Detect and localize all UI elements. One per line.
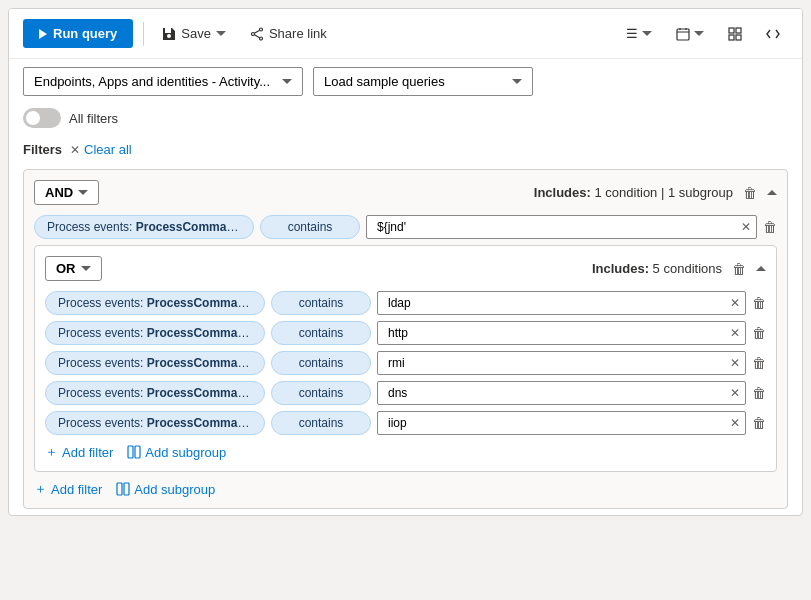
save-chevron-icon (216, 31, 226, 36)
calendar-button[interactable] (668, 23, 712, 45)
toolbar-separator (143, 22, 144, 46)
or-condition-operator-3: contains (271, 381, 371, 405)
or-add-subgroup-button[interactable]: Add subgroup (127, 445, 226, 460)
and-group-delete-button[interactable]: 🗑 (743, 185, 757, 201)
or-condition-field-2: Process events: ProcessComman... (45, 351, 265, 375)
run-query-label: Run query (53, 26, 117, 41)
or-condition-clear-4[interactable]: ✕ (730, 416, 740, 430)
svg-line-3 (254, 30, 259, 33)
all-filters-toggle[interactable] (23, 108, 61, 128)
and-operator-label: AND (45, 185, 73, 200)
and-add-subgroup-icon (116, 482, 130, 496)
and-condition-value-wrapper: ✕ (366, 215, 757, 239)
or-operator-label: OR (56, 261, 76, 276)
or-condition-value-wrapper-0: ✕ (377, 291, 746, 315)
sample-queries-dropdown[interactable]: Load sample queries (313, 67, 533, 96)
or-condition-value-input-3[interactable] (377, 381, 746, 405)
source-dropdown-chevron-icon (282, 79, 292, 84)
code-icon (766, 27, 780, 41)
save-label: Save (181, 26, 211, 41)
or-condition-delete-4[interactable]: 🗑 (752, 415, 766, 431)
or-condition-row-4: Process events: ProcessComman... contain… (45, 411, 766, 435)
run-query-button[interactable]: Run query (23, 19, 133, 48)
or-condition-field-0: Process events: ProcessComman... (45, 291, 265, 315)
filters-header: Filters ✕ Clear all (9, 136, 802, 163)
or-condition-value-input-1[interactable] (377, 321, 746, 345)
all-filters-label: All filters (69, 111, 118, 126)
list-view-button[interactable]: ☰ (618, 22, 660, 45)
or-condition-field-3: Process events: ProcessComman... (45, 381, 265, 405)
svg-point-0 (259, 28, 262, 31)
svg-point-2 (251, 32, 254, 35)
main-container: Run query Save Share link ☰ En (8, 8, 803, 516)
or-condition-delete-0[interactable]: 🗑 (752, 295, 766, 311)
share-icon (250, 27, 264, 41)
share-link-button[interactable]: Share link (242, 22, 335, 45)
or-condition-value-input-4[interactable] (377, 411, 746, 435)
and-add-subgroup-button[interactable]: Add subgroup (116, 482, 215, 497)
and-add-filter-button[interactable]: ＋ Add filter (34, 480, 102, 498)
sample-queries-label: Load sample queries (324, 74, 445, 89)
or-add-subgroup-label: Add subgroup (145, 445, 226, 460)
or-condition-row-0: Process events: ProcessComman... contain… (45, 291, 766, 315)
or-condition-value-wrapper-4: ✕ (377, 411, 746, 435)
or-operator-chevron-icon (81, 266, 91, 271)
clear-all-x-icon: ✕ (70, 143, 80, 157)
or-condition-clear-3[interactable]: ✕ (730, 386, 740, 400)
or-condition-field-1: Process events: ProcessComman... (45, 321, 265, 345)
or-condition-delete-3[interactable]: 🗑 (752, 385, 766, 401)
or-condition-operator-0: contains (271, 291, 371, 315)
or-group-collapse-icon[interactable] (756, 266, 766, 271)
or-group-info: Includes: 5 conditions 🗑 (592, 261, 766, 277)
svg-rect-16 (124, 483, 129, 495)
play-icon (39, 29, 47, 39)
list-icon: ☰ (626, 26, 638, 41)
clear-all-button[interactable]: ✕ Clear all (70, 142, 132, 157)
or-add-filter-plus-icon: ＋ (45, 443, 58, 461)
or-condition-clear-0[interactable]: ✕ (730, 296, 740, 310)
and-condition-operator: contains (260, 215, 360, 239)
or-condition-row-3: Process events: ProcessComman... contain… (45, 381, 766, 405)
and-condition-value-input[interactable] (366, 215, 757, 239)
source-dropdown[interactable]: Endpoints, Apps and identities - Activit… (23, 67, 303, 96)
and-operator-button[interactable]: AND (34, 180, 99, 205)
and-add-subgroup-label: Add subgroup (134, 482, 215, 497)
svg-rect-15 (117, 483, 122, 495)
source-dropdown-label: Endpoints, Apps and identities - Activit… (34, 74, 270, 89)
and-condition-row: Process events: ProcessComman... contain… (34, 215, 777, 239)
or-condition-clear-2[interactable]: ✕ (730, 356, 740, 370)
or-condition-clear-1[interactable]: ✕ (730, 326, 740, 340)
save-button[interactable]: Save (154, 22, 234, 45)
and-add-filter-plus-icon: ＋ (34, 480, 47, 498)
grid-button[interactable] (720, 23, 750, 45)
filters-label: Filters (23, 142, 62, 157)
and-group-info: Includes: 1 condition | 1 subgroup 🗑 (534, 185, 777, 201)
and-condition-clear-button[interactable]: ✕ (741, 220, 751, 234)
calendar-chevron-icon (694, 31, 704, 36)
svg-rect-14 (135, 446, 140, 458)
or-operator-button[interactable]: OR (45, 256, 102, 281)
or-condition-delete-1[interactable]: 🗑 (752, 325, 766, 341)
svg-rect-9 (729, 28, 734, 33)
all-filters-row: All filters (9, 104, 802, 136)
svg-line-4 (254, 34, 259, 37)
or-group-header: OR Includes: 5 conditions 🗑 (45, 256, 766, 281)
or-add-row: ＋ Add filter Add subgroup (45, 443, 766, 461)
or-condition-value-input-0[interactable] (377, 291, 746, 315)
or-condition-operator-1: contains (271, 321, 371, 345)
or-condition-operator-4: contains (271, 411, 371, 435)
and-operator-chevron-icon (78, 190, 88, 195)
svg-point-1 (259, 37, 262, 40)
or-condition-value-input-2[interactable] (377, 351, 746, 375)
svg-rect-11 (729, 35, 734, 40)
clear-all-label: Clear all (84, 142, 132, 157)
or-condition-value-wrapper-3: ✕ (377, 381, 746, 405)
and-group-collapse-icon[interactable] (767, 190, 777, 195)
or-group-delete-button[interactable]: 🗑 (732, 261, 746, 277)
svg-rect-13 (128, 446, 133, 458)
or-condition-delete-2[interactable]: 🗑 (752, 355, 766, 371)
or-add-filter-button[interactable]: ＋ Add filter (45, 443, 113, 461)
code-button[interactable] (758, 23, 788, 45)
and-condition-delete-button[interactable]: 🗑 (763, 219, 777, 235)
and-includes-label: Includes: 1 condition | 1 subgroup (534, 185, 733, 200)
